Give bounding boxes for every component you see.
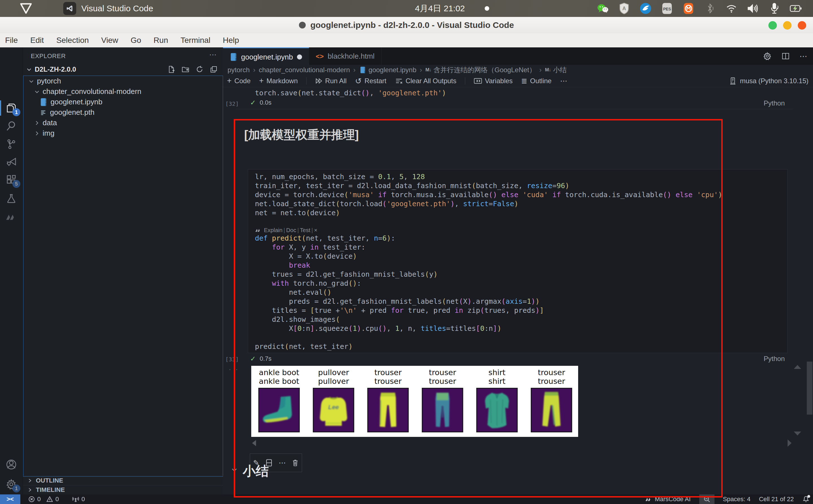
problems-indicator[interactable]: 0 0 bbox=[28, 496, 59, 503]
ports-indicator[interactable]: 0 bbox=[72, 496, 85, 503]
toolbar-code-button[interactable]: + Code bbox=[227, 77, 251, 85]
menu-run[interactable]: Run bbox=[153, 36, 168, 45]
bird-icon[interactable] bbox=[640, 3, 652, 14]
toolbar-separator bbox=[465, 77, 465, 85]
tree-item-chapter_convolutional-modern[interactable]: chapter_convolutional-modern bbox=[23, 86, 223, 97]
toolbar-variables-button[interactable]: Variables bbox=[474, 77, 513, 85]
breadcrumb-item[interactable]: pytorch bbox=[228, 66, 250, 74]
outline-section[interactable]: OUTLINE bbox=[23, 476, 223, 485]
tree-item-data[interactable]: data bbox=[23, 118, 223, 128]
workspace-section-row[interactable]: D2L-ZH-2.0.0 bbox=[23, 64, 223, 75]
bluetooth-icon[interactable] bbox=[704, 3, 716, 14]
code-line: net.load_state_dict(torch.load('googlene… bbox=[255, 199, 787, 208]
zoom-out-status[interactable] bbox=[699, 494, 715, 504]
markdown-cell-heading[interactable]: [加载模型权重并推理] bbox=[244, 127, 359, 143]
menu-view[interactable]: View bbox=[101, 36, 118, 45]
code-cell-editor[interactable]: lr, num_epochs, batch_size = 0.1, 5, 128… bbox=[248, 169, 788, 353]
window-minimize-button[interactable] bbox=[768, 21, 777, 30]
window-close-button[interactable] bbox=[798, 21, 806, 30]
editor-scrollbar[interactable] bbox=[807, 362, 812, 415]
volume-icon[interactable] bbox=[747, 3, 759, 14]
window-maximize-button[interactable] bbox=[783, 21, 792, 30]
codelens-action[interactable]: × bbox=[314, 227, 317, 233]
shield-a-icon[interactable]: A bbox=[618, 3, 630, 14]
svg-text:PES: PES bbox=[663, 7, 671, 11]
cell-position-status[interactable]: Cell 21 of 22 bbox=[759, 496, 794, 503]
explorer-icon[interactable]: 1 bbox=[0, 99, 23, 117]
menu-selection[interactable]: Selection bbox=[56, 36, 89, 45]
codelens-action[interactable]: Test bbox=[300, 227, 311, 233]
source-control-icon[interactable] bbox=[0, 135, 23, 153]
active-app-indicator[interactable]: Visual Studio Code bbox=[63, 2, 153, 15]
settings-gear-icon[interactable]: 1 bbox=[0, 476, 23, 493]
new-file-icon[interactable] bbox=[167, 65, 175, 74]
cell-drag-dots[interactable]: · · bbox=[229, 365, 239, 374]
remote-indicator[interactable]: >< bbox=[0, 494, 20, 504]
explorer-more-icon[interactable]: ··· bbox=[209, 50, 217, 59]
wechat-icon[interactable] bbox=[597, 3, 608, 14]
tree-item-pytorch[interactable]: pytorch bbox=[23, 76, 223, 86]
next-section-heading[interactable]: 小结 bbox=[243, 463, 269, 480]
refresh-icon[interactable] bbox=[195, 65, 204, 74]
tree-item-googlenet.ipynb[interactable]: googlenet.ipynb bbox=[23, 97, 223, 107]
notebook-settings-gear-icon[interactable] bbox=[763, 52, 772, 61]
section-collapse-chevron-icon[interactable] bbox=[231, 466, 238, 473]
code-cell-lang[interactable]: Python bbox=[764, 355, 785, 363]
pes-icon[interactable]: PES bbox=[661, 3, 673, 14]
marscode-icon[interactable] bbox=[0, 208, 23, 226]
prev-cell-lang[interactable]: Python bbox=[764, 99, 785, 107]
markdown-icon: M↓ bbox=[545, 67, 551, 73]
timeline-section[interactable]: TIMELINE bbox=[23, 485, 223, 494]
scroll-down-icon[interactable] bbox=[794, 432, 801, 435]
battery-icon[interactable] bbox=[790, 3, 802, 14]
collapse-all-icon[interactable] bbox=[210, 65, 218, 74]
scroll-up-icon[interactable] bbox=[794, 365, 801, 369]
marscode-status[interactable]: MarsCode AI bbox=[645, 496, 691, 503]
split-editor-icon[interactable] bbox=[781, 52, 790, 60]
new-folder-icon[interactable] bbox=[181, 65, 190, 74]
account-icon[interactable] bbox=[0, 456, 23, 473]
tree-item-img[interactable]: img bbox=[23, 128, 223, 138]
tab-googlenet.ipynb[interactable]: googlenet.ipynb bbox=[223, 47, 309, 66]
toolbar-restart-button[interactable]: ↺ Restart bbox=[355, 76, 386, 86]
toolbar-markdown-button[interactable]: + Markdown bbox=[259, 77, 298, 85]
toolbar-outline-button[interactable]: ≣ Outline bbox=[521, 77, 551, 85]
breadcrumb-item[interactable]: googlenet.ipynb bbox=[359, 66, 416, 74]
prev-cell-code[interactable]: torch.save(net.state_dict(), 'googlenet.… bbox=[255, 89, 446, 98]
cell-more-icon[interactable]: ⋯ bbox=[279, 459, 286, 467]
breadcrumb-item[interactable]: M↓小结 bbox=[545, 65, 567, 74]
codelens-action[interactable]: Doc bbox=[286, 227, 296, 233]
ai-codelens[interactable]: Explain|Doc|Test|× bbox=[255, 226, 787, 234]
breadcrumb-item[interactable]: M↓含并行连结的网络（GoogLeNet） bbox=[425, 65, 536, 74]
toolbar-run-all-button[interactable]: Run All bbox=[315, 77, 347, 85]
tab-blackhole.html[interactable]: <> blackhole.html bbox=[309, 47, 382, 65]
delete-cell-icon[interactable] bbox=[292, 459, 299, 466]
notifications-bell[interactable] bbox=[802, 496, 810, 503]
menu-help[interactable]: Help bbox=[223, 36, 239, 45]
run-all-icon bbox=[315, 77, 322, 85]
menu-edit[interactable]: Edit bbox=[30, 36, 44, 45]
output-scroll-left-icon[interactable] bbox=[252, 440, 256, 446]
breadcrumb-item[interactable]: chapter_convolutional-modern bbox=[259, 66, 350, 74]
menu-terminal[interactable]: Terminal bbox=[180, 36, 210, 45]
distro-logo-icon[interactable] bbox=[20, 3, 32, 14]
run-debug-icon[interactable] bbox=[0, 153, 23, 170]
search-icon[interactable] bbox=[0, 117, 23, 135]
extensions-icon[interactable]: 5 bbox=[0, 171, 23, 188]
toolbar-clear-all-outputs-button[interactable]: Clear All Outputs bbox=[395, 77, 456, 85]
microphone-icon[interactable] bbox=[768, 3, 780, 14]
tree-item-googlenet.pth[interactable]: googlenet.pth bbox=[23, 107, 223, 118]
system-clock[interactable]: 4月4日 21:02 bbox=[415, 3, 465, 14]
kernel-picker[interactable]: musa (Python 3.10.15) bbox=[729, 75, 808, 87]
menu-file[interactable]: File bbox=[5, 36, 18, 45]
wifi-icon[interactable] bbox=[726, 3, 737, 14]
menu-go[interactable]: Go bbox=[131, 36, 141, 45]
toolbar-more-button[interactable]: ⋯ bbox=[560, 77, 567, 85]
testing-icon[interactable] bbox=[0, 190, 23, 207]
editor-more-icon[interactable]: ⋯ bbox=[799, 52, 807, 61]
m-orange-icon[interactable] bbox=[683, 3, 695, 14]
window-title-bar[interactable]: googlenet.ipynb - d2l-zh-2.0.0 - Visual … bbox=[0, 17, 813, 34]
scroll-right-icon[interactable] bbox=[788, 439, 792, 447]
codelens-action[interactable]: Explain bbox=[264, 227, 283, 233]
indentation-status[interactable]: Spaces: 4 bbox=[723, 496, 751, 503]
